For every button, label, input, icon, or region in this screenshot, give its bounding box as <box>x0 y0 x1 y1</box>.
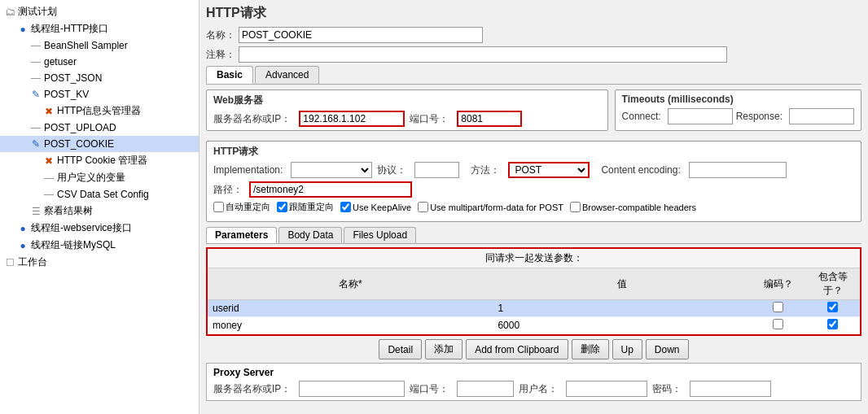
eq-check[interactable] <box>827 302 838 312</box>
sidebar-item-csv[interactable]: — CSV Data Set Config <box>0 186 199 203</box>
auto-redirect-label[interactable]: 自动重定向 <box>213 201 270 213</box>
http-icon: — <box>29 55 42 68</box>
implementation-select[interactable] <box>291 162 372 178</box>
sidebar-item-label: 工作台 <box>18 255 47 269</box>
sidebar-item-post-upload[interactable]: — POST_UPLOAD <box>0 120 199 136</box>
protocol-input[interactable] <box>414 162 459 178</box>
sidebar-item-label: POST_COOKIE <box>44 138 114 150</box>
tab-advanced[interactable]: Advanced <box>255 66 319 84</box>
sidebar-item-thread-http[interactable]: ● 线程组-HTTP接口 <box>0 20 199 37</box>
follow-redirect-check[interactable] <box>277 202 287 212</box>
impl-label: Implementation: <box>213 164 283 176</box>
proxy-password-input[interactable] <box>690 381 771 397</box>
thread-group-icon: ● <box>16 239 29 252</box>
encode-check[interactable] <box>773 302 783 312</box>
proxy-port-input[interactable] <box>457 381 514 397</box>
port-label: 端口号： <box>410 112 449 126</box>
sidebar-item-post-kv[interactable]: ✎ POST_KV <box>0 86 199 102</box>
delete-button[interactable]: 删除 <box>572 339 609 360</box>
sub-tab-body-data[interactable]: Body Data <box>278 227 342 243</box>
sidebar-item-user-variable[interactable]: — 用户定义的变量 <box>0 169 199 186</box>
proxy-server-input[interactable] <box>299 381 405 397</box>
sidebar-item-label: getuser <box>44 56 77 68</box>
col-value-header: 值 <box>493 268 751 300</box>
down-button[interactable]: Down <box>646 339 689 360</box>
name-input[interactable] <box>239 27 483 43</box>
multipart-label[interactable]: Use multipart/form-data for POST <box>418 202 563 212</box>
web-server-title: Web服务器 <box>213 94 601 107</box>
csv-icon: — <box>42 188 55 201</box>
workbench-icon: ☐ <box>3 256 16 269</box>
table-row[interactable]: money 6000 <box>208 317 860 334</box>
sidebar-item-label: POST_UPLOAD <box>44 122 116 133</box>
auto-redirect-check[interactable] <box>213 202 224 212</box>
browser-headers-check[interactable] <box>570 202 581 212</box>
sidebar: 🗂 测试计划 ● 线程组-HTTP接口 — BeanShell Sampler … <box>0 0 199 414</box>
sidebar-item-post-cookie[interactable]: ✎ POST_COOKIE <box>0 136 199 152</box>
param-value-userid: 1 <box>493 300 751 317</box>
http-method-row: Implementation: 协议： 方法： POST GET PUT DEL… <box>213 162 854 178</box>
sidebar-item-label: 用户定义的变量 <box>57 171 125 185</box>
table-header-row: 名称* 值 编码？ 包含等于？ <box>208 268 860 300</box>
timeouts-row: Connect: Response: <box>622 108 854 124</box>
sidebar-item-beanshell[interactable]: — BeanShell Sampler <box>0 37 199 54</box>
thread-group-icon: ● <box>16 222 29 235</box>
browser-headers-text: Browser-compatible headers <box>582 203 696 212</box>
variable-icon: — <box>42 172 55 185</box>
timeouts-title: Timeouts (milliseconds) <box>622 94 854 105</box>
encoding-input[interactable] <box>689 162 787 178</box>
browser-headers-label[interactable]: Browser-compatible headers <box>570 202 696 212</box>
sidebar-item-cookie-mgr[interactable]: ✖ HTTP Cookie 管理器 <box>0 152 199 169</box>
parameters-section: 同请求一起发送参数： 名称* 值 编码？ 包含等于？ userid 1 m <box>206 247 861 336</box>
sidebar-item-getuser[interactable]: — getuser <box>0 54 199 70</box>
result-icon: ☰ <box>29 205 42 218</box>
sidebar-item-post-json[interactable]: — POST_JSON <box>0 70 199 86</box>
params-title: 同请求一起发送参数： <box>208 249 860 268</box>
table-row[interactable]: userid 1 <box>208 300 860 317</box>
proxy-username-input[interactable] <box>566 381 647 397</box>
sidebar-item-label: HTTP信息头管理器 <box>57 104 141 118</box>
proxy-server-label: 服务器名称或IP： <box>213 382 291 396</box>
comment-label: 注释： <box>206 48 235 62</box>
connect-label: Connect: <box>622 111 661 122</box>
port-input[interactable] <box>457 111 522 127</box>
main-panel: HTTP请求 名称： 注释： Basic Advanced Web服务器 服务器… <box>199 0 868 414</box>
sub-tab-parameters[interactable]: Parameters <box>206 227 277 243</box>
encode-check[interactable] <box>773 319 783 329</box>
eq-check[interactable] <box>827 319 838 329</box>
follow-redirect-label[interactable]: 跟随重定向 <box>277 201 334 213</box>
comment-input[interactable] <box>239 46 727 63</box>
connect-input[interactable] <box>668 108 733 124</box>
sidebar-item-label: HTTP Cookie 管理器 <box>57 154 147 168</box>
param-eq-money <box>805 317 860 334</box>
thread-group-icon: ● <box>16 23 29 36</box>
add-button[interactable]: 添加 <box>425 339 462 360</box>
sidebar-item-thread-mysql[interactable]: ● 线程组-链接MySQL <box>0 237 199 254</box>
http-icon: — <box>29 121 42 134</box>
keepalive-label[interactable]: Use KeepAlive <box>340 202 411 212</box>
http-request-title: HTTP请求 <box>213 145 854 159</box>
response-input[interactable] <box>789 108 854 124</box>
method-select[interactable]: POST GET PUT DELETE <box>508 162 590 178</box>
server-input[interactable] <box>299 111 405 127</box>
method-label: 方法： <box>471 163 500 177</box>
sidebar-item-test-plan[interactable]: 🗂 测试计划 <box>0 3 199 20</box>
proxy-title: Proxy Server <box>213 367 854 378</box>
clipboard-button[interactable]: Add from Clipboard <box>466 339 568 360</box>
sidebar-item-label: 线程组-HTTP接口 <box>31 22 108 36</box>
sidebar-item-thread-webservice[interactable]: ● 线程组-webservice接口 <box>0 220 199 237</box>
web-server-section: Web服务器 服务器名称或IP： 端口号： <box>206 89 608 131</box>
sub-tab-files-upload[interactable]: Files Upload <box>344 227 416 243</box>
proxy-username-label: 用户名： <box>519 382 558 396</box>
multipart-check[interactable] <box>418 202 428 212</box>
sidebar-item-http-header[interactable]: ✖ HTTP信息头管理器 <box>0 102 199 120</box>
keepalive-check[interactable] <box>340 202 351 212</box>
path-input[interactable] <box>249 181 412 198</box>
up-button[interactable]: Up <box>612 339 642 360</box>
comment-row: 注释： <box>206 46 861 63</box>
tab-basic[interactable]: Basic <box>206 66 253 84</box>
detail-button[interactable]: Detail <box>379 339 422 360</box>
sidebar-item-result-tree[interactable]: ☰ 察看结果树 <box>0 203 199 220</box>
sub-tabs: Parameters Body Data Files Upload <box>206 227 861 244</box>
sidebar-item-workbench[interactable]: ☐ 工作台 <box>0 254 199 271</box>
